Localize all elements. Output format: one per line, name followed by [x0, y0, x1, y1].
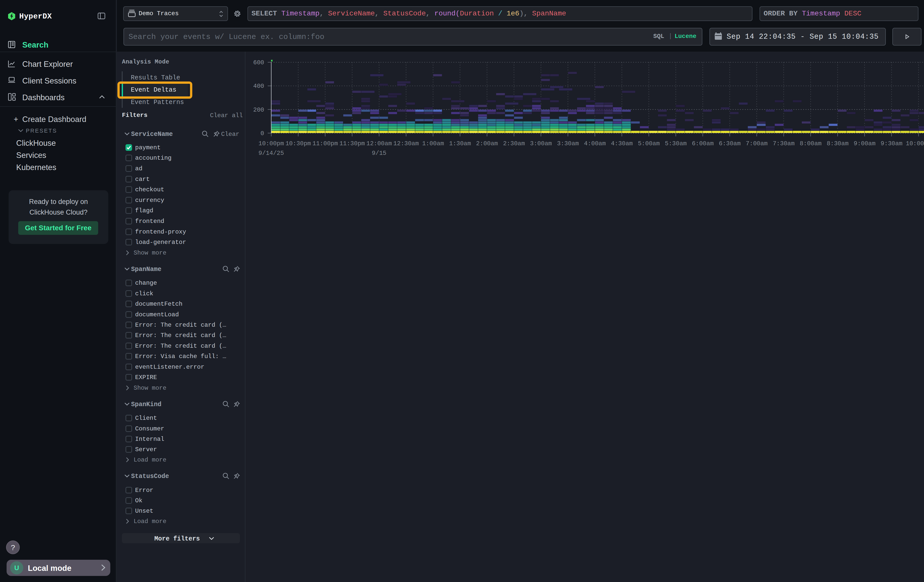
- svg-text:10:30pm: 10:30pm: [285, 140, 311, 147]
- svg-text:400: 400: [253, 83, 264, 89]
- svg-text:7:00am: 7:00am: [746, 140, 768, 147]
- svg-text:7:30am: 7:30am: [773, 140, 794, 147]
- svg-text:1:30am: 1:30am: [449, 140, 471, 147]
- svg-text:2:30am: 2:30am: [503, 140, 525, 147]
- svg-text:3:00am: 3:00am: [530, 140, 552, 147]
- svg-text:9:00am: 9:00am: [854, 140, 875, 147]
- svg-text:200: 200: [253, 107, 264, 113]
- svg-text:6:00am: 6:00am: [692, 140, 713, 147]
- svg-text:11:30pm: 11:30pm: [339, 140, 365, 147]
- svg-text:9/15: 9/15: [372, 150, 387, 157]
- svg-text:6:30am: 6:30am: [719, 140, 741, 147]
- svg-text:4:30am: 4:30am: [611, 140, 633, 147]
- svg-text:600: 600: [253, 59, 264, 66]
- svg-text:10:00pm: 10:00pm: [259, 140, 284, 147]
- svg-text:8:30am: 8:30am: [827, 140, 848, 147]
- svg-text:11:00pm: 11:00pm: [312, 140, 338, 147]
- svg-text:9:30am: 9:30am: [881, 140, 903, 147]
- svg-text:3:30am: 3:30am: [557, 140, 579, 147]
- svg-text:8:00am: 8:00am: [800, 140, 822, 147]
- svg-text:4:00am: 4:00am: [584, 140, 606, 147]
- svg-text:0: 0: [261, 130, 264, 137]
- svg-text:9/14/25: 9/14/25: [259, 150, 284, 157]
- svg-text:2:00am: 2:00am: [476, 140, 498, 147]
- svg-text:5:30am: 5:30am: [665, 140, 687, 147]
- svg-text:10:00am: 10:00am: [906, 140, 924, 147]
- svg-text:12:30am: 12:30am: [393, 140, 419, 147]
- svg-text:12:00am: 12:00am: [366, 140, 392, 147]
- svg-text:1:00am: 1:00am: [422, 140, 444, 147]
- svg-text:5:00am: 5:00am: [638, 140, 660, 147]
